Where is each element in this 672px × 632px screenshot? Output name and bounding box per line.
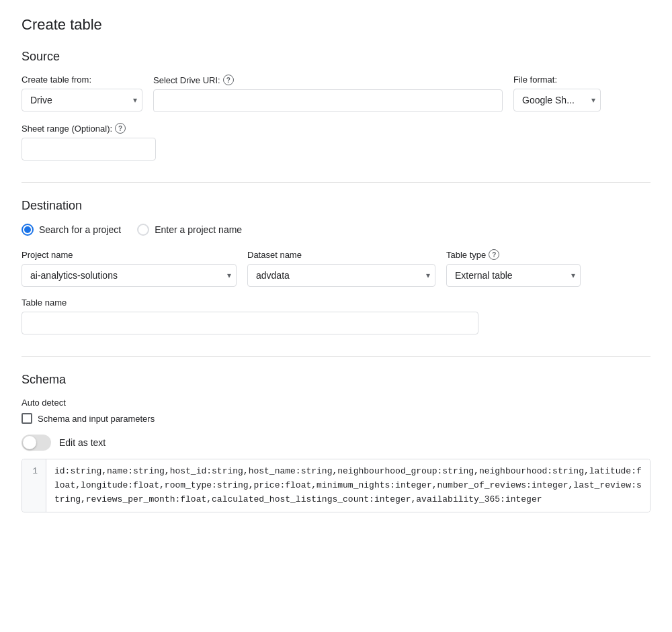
schema-divider: [22, 356, 650, 357]
edit-as-text-toggle-row: Edit as text: [22, 435, 650, 451]
destination-section: Destination Search for a project Enter a…: [22, 199, 650, 334]
schema-section: Schema Auto detect Schema and input para…: [22, 373, 650, 512]
create-from-label: Create table from:: [22, 75, 142, 85]
table-type-select-wrapper: External table Native table ▾: [446, 264, 581, 287]
sheet-range-group: Sheet range (Optional): ?: [22, 123, 650, 161]
sheet-range-help-icon[interactable]: ?: [115, 123, 126, 134]
radio-search-inner: [24, 226, 31, 233]
file-format-select[interactable]: Google Sh... CSV JSON Avro Parquet ORC: [513, 89, 601, 111]
table-name-group: Table name airbnb_raw_googlesheet: [22, 298, 650, 334]
auto-detect-label: Auto detect: [22, 398, 650, 408]
file-format-group: File format: Google Sh... CSV JSON Avro …: [513, 75, 601, 111]
code-content-1: id:string,name:string,host_id:string,hos…: [46, 459, 650, 512]
table-type-help-icon[interactable]: ?: [489, 249, 499, 260]
dataset-name-label: Dataset name: [247, 250, 435, 260]
table-type-group: Table type ? External table Native table…: [446, 249, 581, 287]
table-name-input[interactable]: airbnb_raw_googlesheet: [22, 312, 478, 334]
create-from-select[interactable]: Drive Google Cloud Storage Upload Empty …: [22, 89, 142, 111]
project-name-select-wrapper: ai-analytics-solutions ▾: [22, 264, 237, 287]
page-title: Create table: [22, 16, 650, 34]
radio-enter-circle: [137, 224, 149, 236]
auto-detect-checkbox[interactable]: [22, 413, 32, 424]
radio-search-circle: [22, 224, 34, 236]
drive-uri-label: Select Drive URI: ?: [153, 75, 503, 85]
project-name-select[interactable]: ai-analytics-solutions: [22, 264, 237, 287]
destination-section-title: Destination: [22, 199, 650, 213]
line-number-1: 1: [22, 459, 46, 512]
dataset-name-select[interactable]: advdata: [247, 264, 435, 287]
radio-enter-label: Enter a project name: [155, 224, 242, 235]
table-name-label: Table name: [22, 298, 650, 308]
create-from-select-wrapper: Drive Google Cloud Storage Upload Empty …: [22, 89, 142, 111]
radio-search-project[interactable]: Search for a project: [22, 224, 121, 236]
radio-search-label: Search for a project: [39, 224, 121, 235]
create-from-group: Create table from: Drive Google Cloud St…: [22, 75, 142, 111]
drive-uri-help-icon[interactable]: ?: [223, 75, 234, 85]
dataset-name-group: Dataset name advdata ▾: [247, 250, 435, 287]
sheet-range-label: Sheet range (Optional): ?: [22, 123, 650, 134]
section-divider: [22, 182, 650, 183]
schema-section-title: Schema: [22, 373, 650, 387]
auto-detect-checkbox-row: Schema and input parameters: [22, 413, 650, 424]
code-line-1: 1 id:string,name:string,host_id:string,h…: [22, 459, 650, 512]
drive-uri-input[interactable]: https://docs.google.com/spreadsheets/d/1…: [153, 89, 503, 112]
table-type-label: Table type ?: [446, 249, 581, 260]
table-type-select[interactable]: External table Native table: [446, 264, 581, 287]
dataset-name-select-wrapper: advdata ▾: [247, 264, 435, 287]
source-section: Source Create table from: Drive Google C…: [22, 50, 650, 161]
destination-radio-group: Search for a project Enter a project nam…: [22, 224, 650, 236]
file-format-select-wrapper: Google Sh... CSV JSON Avro Parquet ORC ▾: [513, 89, 601, 111]
project-name-group: Project name ai-analytics-solutions ▾: [22, 250, 237, 287]
destination-fields-row: Project name ai-analytics-solutions ▾ Da…: [22, 249, 650, 287]
edit-as-text-label: Edit as text: [59, 437, 106, 448]
radio-enter-project[interactable]: Enter a project name: [137, 224, 242, 236]
project-name-label: Project name: [22, 250, 237, 260]
auto-detect-checkbox-label: Schema and input parameters: [38, 414, 155, 424]
source-section-title: Source: [22, 50, 650, 64]
edit-as-text-toggle[interactable]: [22, 435, 51, 451]
file-format-label: File format:: [513, 75, 601, 85]
schema-code-editor[interactable]: 1 id:string,name:string,host_id:string,h…: [22, 459, 650, 512]
sheet-range-input[interactable]: [22, 138, 156, 161]
drive-uri-group: Select Drive URI: ? https://docs.google.…: [153, 75, 503, 112]
source-row: Create table from: Drive Google Cloud St…: [22, 75, 650, 112]
